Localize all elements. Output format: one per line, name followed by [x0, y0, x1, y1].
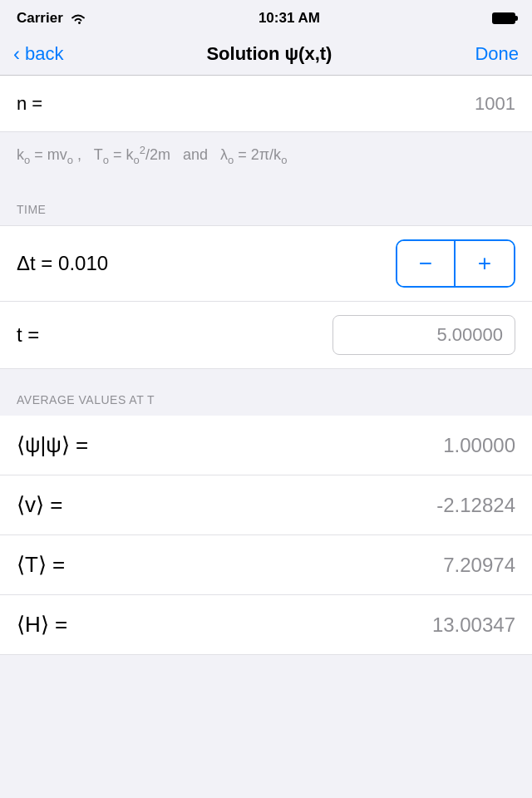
stepper-control: − +: [396, 239, 515, 288]
n-label: n =: [17, 93, 42, 115]
avg-T-value: 7.20974: [443, 554, 515, 577]
back-chevron-icon: ‹: [13, 44, 20, 64]
avg-psi-value: 1.00000: [443, 434, 515, 457]
formula-text: ko = mvo , To = ko2/2m and λo = 2π/ko: [17, 142, 515, 169]
carrier-wifi: Carrier: [17, 10, 86, 27]
average-section-header: AVERAGE VALUES AT T: [0, 376, 532, 416]
status-time: 10:31 AM: [259, 10, 320, 27]
time-header-label: TIME: [17, 203, 46, 216]
battery-icon: [492, 12, 515, 24]
battery-area: [492, 12, 515, 24]
nav-title: Solution ψ(x,t): [206, 43, 332, 65]
avg-psi-row: ⟨ψ|ψ⟩ = 1.00000: [0, 416, 532, 475]
avg-v-row: ⟨v⟩ = -2.12824: [0, 475, 532, 535]
dt-label: Δt = 0.010: [17, 252, 108, 275]
avg-T-row: ⟨T⟩ = 7.20974: [0, 535, 532, 595]
avg-psi-label: ⟨ψ|ψ⟩ =: [17, 432, 88, 458]
formula-section: ko = mvo , To = ko2/2m and λo = 2π/ko: [0, 132, 532, 185]
decrement-button[interactable]: −: [397, 241, 456, 286]
status-bar: Carrier 10:31 AM: [0, 0, 532, 37]
back-label: back: [25, 43, 63, 65]
dt-row: Δt = 0.010 − +: [0, 226, 532, 302]
time-section-header: TIME: [0, 185, 532, 226]
increment-button[interactable]: +: [456, 241, 514, 286]
avg-v-value: -2.12824: [436, 494, 515, 517]
avg-H-value: 13.00347: [432, 613, 515, 637]
done-button[interactable]: Done: [475, 43, 519, 65]
average-header-label: AVERAGE VALUES AT T: [17, 393, 155, 406]
n-value: 1001: [475, 93, 515, 115]
t-value-display[interactable]: 5.00000: [332, 315, 515, 355]
avg-T-label: ⟨T⟩ =: [17, 552, 65, 578]
avg-v-label: ⟨v⟩ =: [17, 492, 62, 518]
section-separator: [0, 369, 532, 376]
t-row: t = 5.00000: [0, 302, 532, 369]
wifi-icon: [70, 12, 86, 25]
avg-H-label: ⟨H⟩ =: [17, 612, 67, 638]
nav-bar: ‹ back Solution ψ(x,t) Done: [0, 37, 532, 76]
t-label: t =: [17, 323, 39, 347]
avg-H-row: ⟨H⟩ = 13.00347: [0, 595, 532, 655]
back-button[interactable]: ‹ back: [13, 43, 63, 65]
n-row: n = 1001: [0, 76, 532, 132]
carrier-label: Carrier: [17, 10, 63, 27]
